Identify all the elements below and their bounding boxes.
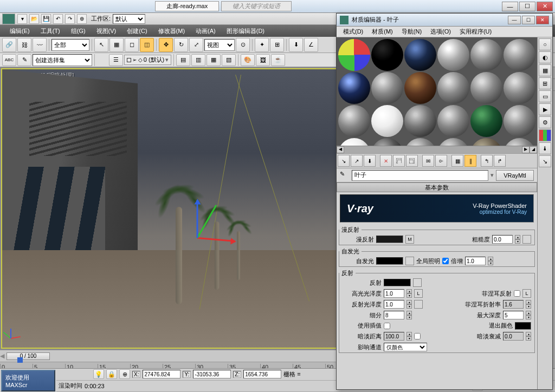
named-selection[interactable]: 创建选择集 [33, 54, 92, 66]
undo-icon[interactable]: ↶ [53, 14, 63, 24]
selfillum-map-button[interactable] [405, 257, 414, 265]
material-sample-5[interactable] [504, 39, 535, 71]
sample-type-icon[interactable]: ○ [539, 38, 551, 50]
material-sample-4[interactable] [470, 39, 502, 71]
material-sample-13[interactable] [371, 105, 403, 137]
reflgloss-spinner[interactable] [384, 300, 404, 309]
mtl-map-nav-icon[interactable]: 🌡 [539, 142, 551, 154]
y-coord[interactable] [193, 370, 231, 378]
roughness-map-button[interactable] [522, 235, 531, 244]
edit-namedsel-icon[interactable]: ✎ [17, 54, 31, 66]
material-name-input[interactable] [352, 170, 488, 181]
show-end-icon[interactable]: ∥ [464, 155, 476, 167]
material-sample-15[interactable] [437, 105, 469, 137]
copy-icon[interactable]: ⿸ [393, 155, 405, 167]
material-sample-10[interactable] [470, 72, 502, 104]
snap-icon[interactable]: ⬇ [289, 38, 303, 52]
show-map-icon[interactable]: ▦ [451, 155, 463, 167]
move-tool-icon[interactable]: ✥ [159, 38, 173, 52]
mat-grid-scrollbar[interactable]: ◀▶◢ [337, 146, 537, 153]
window-crossing-icon[interactable]: ◫ [140, 38, 154, 52]
material-sample-22[interactable] [470, 138, 502, 146]
pick-icon[interactable]: ↘ [539, 155, 551, 167]
link-icon[interactable]: ⊕ [77, 14, 87, 24]
matdlg-min-button[interactable]: — [508, 16, 521, 24]
bind-tool-icon[interactable]: 〰 [33, 38, 47, 52]
anglesnap-icon[interactable]: ∠ [304, 38, 318, 52]
video-check-icon[interactable]: ▭ [539, 90, 551, 102]
menu-modifiers[interactable]: 修改器(M) [153, 26, 191, 36]
material-sample-16[interactable] [470, 105, 502, 137]
material-sample-7[interactable] [371, 72, 403, 104]
material-sample-20[interactable] [404, 138, 436, 146]
hilight-spinner[interactable] [384, 289, 404, 298]
mat-id-icon[interactable]: 0▫ [435, 155, 447, 167]
material-sample-grid[interactable] [337, 37, 537, 146]
welcome-panel[interactable]: 欢迎使用 MAXScr [1, 370, 55, 391]
material-sample-11[interactable] [504, 72, 535, 104]
menu-group[interactable]: 组(G) [66, 26, 91, 36]
material-sample-9[interactable] [437, 72, 469, 104]
material-sample-17[interactable] [504, 105, 535, 137]
select-icon[interactable]: ↖ [94, 38, 108, 52]
basic-params-header[interactable]: 基本参数 [337, 182, 537, 192]
minimize-button[interactable]: — [502, 2, 518, 11]
preview-icon[interactable]: ▶ [539, 103, 551, 115]
workspace-select[interactable]: 默认 [113, 14, 145, 24]
material-sample-6[interactable] [338, 72, 370, 104]
reflgloss-map-button[interactable] [414, 300, 423, 309]
put-library-icon[interactable]: ✉ [422, 155, 434, 167]
link-tool-icon[interactable]: 🔗 [2, 38, 16, 52]
timeline-key[interactable] [17, 357, 23, 363]
close-button[interactable]: ✕ [537, 2, 553, 11]
dimfall-spinner[interactable] [503, 332, 524, 341]
save-icon[interactable]: 💾 [41, 14, 51, 24]
hilight-map-button[interactable]: L [414, 289, 423, 298]
material-sample-19[interactable] [371, 138, 403, 146]
maximize-button[interactable]: ☐ [519, 2, 535, 11]
menu-views[interactable]: 视图(V) [91, 26, 122, 36]
render-icon[interactable]: ☕ [271, 54, 285, 66]
go-forward-icon[interactable]: ↱ [494, 155, 506, 167]
gi-checkbox[interactable] [442, 258, 449, 264]
reset-icon[interactable]: ✕ [380, 155, 392, 167]
material-sample-23[interactable] [504, 138, 535, 146]
roughness-spinner[interactable] [492, 235, 513, 244]
pivot-icon[interactable]: ⊙ [236, 38, 250, 52]
options-icon[interactable]: ⚙ [539, 116, 551, 128]
new-icon[interactable]: ▾ [17, 14, 27, 24]
menu-animation[interactable]: 动画(A) [190, 26, 221, 36]
menu-create[interactable]: 创建(C) [121, 26, 152, 36]
material-sample-0[interactable] [338, 39, 370, 71]
go-parent-icon[interactable]: ↰ [481, 155, 493, 167]
material-sample-1[interactable] [371, 39, 403, 71]
keymode-icon[interactable]: ⊞ [270, 38, 284, 52]
open-icon[interactable]: 📂 [29, 14, 39, 24]
render-frame-icon[interactable]: 🖼 [256, 54, 270, 66]
dim-dist-spinner[interactable] [384, 332, 404, 341]
matmenu-nav[interactable]: 导航(N) [397, 28, 426, 36]
search-tab[interactable]: 键入关键字或短语 [221, 1, 292, 11]
selfillum-swatch[interactable] [376, 257, 403, 265]
interp-checkbox[interactable] [384, 323, 390, 329]
menu-edit[interactable]: 编辑(E) [4, 26, 35, 36]
subdiv-spinner[interactable] [384, 311, 404, 319]
lock-icon[interactable]: 💡 [93, 369, 104, 379]
diffuse-map-button[interactable]: M [405, 235, 414, 244]
layer-tool-3[interactable]: ▦ [206, 54, 221, 66]
material-sample-14[interactable] [404, 105, 436, 137]
material-sample-12[interactable] [338, 105, 370, 137]
maxdepth-spinner[interactable] [503, 311, 524, 319]
matdlg-max-button[interactable]: ☐ [522, 16, 535, 24]
layer-tool-1[interactable]: ▤ [176, 54, 190, 66]
layer-tool-4[interactable]: ▧ [222, 54, 236, 66]
affect-channel-select[interactable]: 仅颜色 [384, 343, 427, 351]
refcoord-select[interactable]: 视图 [204, 39, 235, 51]
reflect-map-button[interactable] [413, 278, 422, 287]
material-type-button[interactable]: VRayMtl [496, 170, 534, 181]
roughness-spinbtns[interactable]: ▴▾ [515, 235, 520, 244]
material-sample-8[interactable] [404, 72, 436, 104]
app-icon[interactable] [2, 14, 15, 24]
manip-icon[interactable]: ✦ [255, 38, 269, 52]
rotate-tool-icon[interactable]: ↻ [174, 38, 188, 52]
